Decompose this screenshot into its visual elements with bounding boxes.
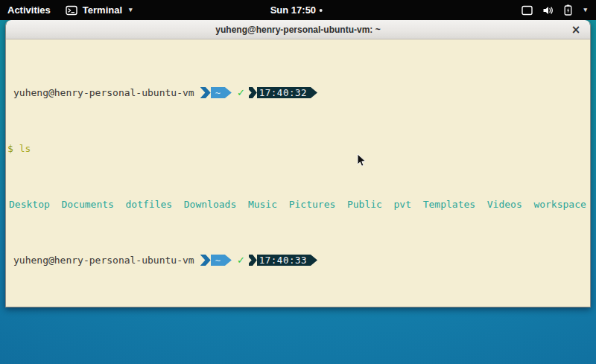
notification-dot-icon [320, 9, 323, 12]
powerline-chevron-icon [200, 87, 211, 98]
directory-name: workspace [533, 199, 586, 210]
prompt-symbol: $ [7, 143, 13, 154]
activities-button[interactable]: Activities [0, 0, 58, 20]
system-menu-button[interactable]: ▾ [514, 0, 596, 20]
clock-label: Sun 17:50 [270, 4, 316, 16]
title-bar[interactable]: yuheng@henry-personal-ubuntu-vm: ~ × [6, 20, 590, 39]
directory-name: Pictures [289, 199, 336, 210]
directory-name: pvt [394, 199, 411, 210]
volume-icon [542, 5, 554, 16]
window-title: yuheng@henry-personal-ubuntu-vm: ~ [215, 25, 380, 35]
status-check-icon: ✓ [232, 87, 249, 98]
chevron-down-icon: ▾ [129, 7, 133, 13]
top-bar: Activities Terminal ▾ Sun 17:50 [0, 0, 596, 20]
close-button[interactable]: × [568, 22, 583, 37]
ls-output-line: Desktop Documents dotfiles Downloads Mus… [7, 199, 589, 210]
screen-icon [522, 5, 533, 16]
powerline-chevron-icon [200, 255, 211, 266]
directory-name: Templates [423, 199, 475, 210]
terminal-window: yuheng@henry-personal-ubuntu-vm: ~ × yuh… [5, 20, 591, 307]
prompt-user-host: yuheng@henry-personal-ubuntu-vm [7, 255, 194, 266]
cwd-label: ~ [211, 87, 225, 98]
prompt-user-host: yuheng@henry-personal-ubuntu-vm [7, 87, 194, 98]
powerline-arrow-icon [311, 87, 317, 98]
app-menu-button[interactable]: Terminal ▾ [58, 0, 140, 20]
powerline-chevron-icon [249, 87, 257, 98]
cwd-label: ~ [211, 255, 225, 266]
powerline-time-segment: 17:40:32 [249, 87, 317, 98]
prompt-time: 17:40:33 [257, 255, 311, 266]
directory-name: Public [347, 199, 382, 210]
powerline-cwd-segment: ~ [200, 255, 232, 266]
powerline-arrow-icon [225, 87, 232, 98]
status-check-icon: ✓ [232, 255, 249, 266]
powerline-cwd-segment: ~ [200, 87, 232, 98]
command-text: ls [19, 143, 31, 154]
clock-button[interactable]: Sun 17:50 [270, 0, 323, 20]
directory-name: Desktop [9, 199, 50, 210]
powerline-chevron-icon [249, 255, 257, 266]
powerline-arrow-icon [225, 255, 232, 266]
prompt-time: 17:40:32 [257, 87, 311, 98]
chevron-down-icon: ▾ [583, 7, 587, 13]
prompt-line: yuheng@henry-personal-ubuntu-vm ~ ✓ 17:4… [7, 87, 589, 98]
terminal-content[interactable]: yuheng@henry-personal-ubuntu-vm ~ ✓ 17:4… [6, 39, 590, 307]
directory-name: Downloads [184, 199, 236, 210]
mouse-cursor-icon [357, 153, 367, 170]
app-menu-label: Terminal [83, 4, 122, 16]
terminal-icon [66, 4, 77, 16]
directory-name: Documents [61, 199, 113, 210]
prompt-line: yuheng@henry-personal-ubuntu-vm ~ ✓ 17:4… [7, 255, 589, 266]
battery-charging-icon [564, 4, 572, 16]
directory-name: dotfiles [126, 199, 173, 210]
powerline-arrow-icon [311, 255, 317, 266]
directory-name: Videos [487, 199, 522, 210]
directory-name: Music [248, 199, 277, 210]
powerline-time-segment: 17:40:33 [249, 255, 317, 266]
command-line: $ ls [7, 143, 589, 154]
